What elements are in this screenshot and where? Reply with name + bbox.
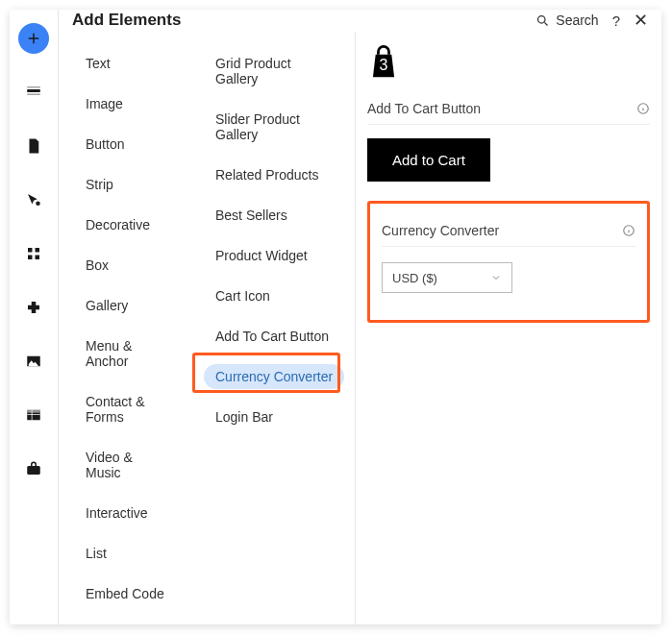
category-item-text[interactable]: Text bbox=[59, 43, 196, 84]
category-item-social[interactable]: Social bbox=[59, 614, 196, 624]
svg-rect-10 bbox=[27, 410, 40, 413]
category-item-button[interactable]: Button bbox=[59, 124, 196, 164]
subitem-label: Slider Product Gallery bbox=[204, 107, 347, 147]
subitem-label: Product Widget bbox=[204, 243, 319, 268]
search-button[interactable]: Search bbox=[535, 12, 598, 28]
cart-preview: 3 Add To Cart Button Add to Cart bbox=[367, 45, 650, 182]
category-label: Box bbox=[74, 253, 120, 278]
category-label: Embed Code bbox=[74, 581, 176, 606]
close-button[interactable]: ✕ bbox=[634, 10, 648, 31]
shopping-bag-icon[interactable]: 3 bbox=[367, 45, 400, 80]
business-icon[interactable] bbox=[18, 453, 49, 484]
category-item-box[interactable]: Box bbox=[59, 245, 196, 285]
svg-rect-5 bbox=[36, 248, 40, 253]
category-item-list[interactable]: List bbox=[59, 533, 196, 574]
subitem-grid-product-gallery[interactable]: Grid Product Gallery bbox=[196, 43, 355, 99]
panel-header: Add Elements Search ? ✕ bbox=[59, 10, 661, 32]
subitem-label: Best Sellers bbox=[204, 203, 299, 228]
data-icon[interactable] bbox=[18, 400, 49, 430]
subitem-label: Currency Converter bbox=[204, 364, 344, 389]
subitem-slider-product-gallery[interactable]: Slider Product Gallery bbox=[196, 99, 355, 155]
category-item-embed-code[interactable]: Embed Code bbox=[59, 574, 196, 614]
subitem-add-to-cart-button[interactable]: Add To Cart Button bbox=[196, 316, 355, 356]
panel-title: Add Elements bbox=[72, 11, 535, 30]
category-label: Gallery bbox=[74, 293, 139, 318]
search-label: Search bbox=[556, 12, 598, 28]
subitem-related-products[interactable]: Related Products bbox=[196, 155, 355, 195]
add-button[interactable] bbox=[18, 23, 49, 54]
add-to-cart-button[interactable]: Add to Cart bbox=[367, 138, 490, 182]
category-item-video-music[interactable]: Video & Music bbox=[59, 437, 196, 493]
cart-preview-title: Add To Cart Button bbox=[367, 101, 481, 116]
subitem-product-widget[interactable]: Product Widget bbox=[196, 235, 355, 276]
category-label: Image bbox=[74, 91, 135, 116]
svg-rect-11 bbox=[27, 414, 40, 415]
subitem-label: Cart Icon bbox=[204, 283, 282, 308]
info-icon[interactable] bbox=[636, 102, 650, 115]
page-icon[interactable] bbox=[18, 131, 49, 161]
svg-rect-7 bbox=[36, 256, 40, 260]
bag-count: 3 bbox=[367, 57, 400, 74]
apps-icon[interactable] bbox=[18, 238, 49, 269]
chevron-down-icon bbox=[490, 272, 502, 283]
svg-rect-0 bbox=[27, 89, 40, 92]
category-item-strip[interactable]: Strip bbox=[59, 164, 196, 205]
svg-point-14 bbox=[538, 15, 546, 23]
category-label: Contact & Forms bbox=[74, 389, 181, 429]
subitem-label: Login Bar bbox=[204, 404, 285, 429]
category-label: Interactive bbox=[74, 501, 160, 525]
help-button[interactable]: ? bbox=[612, 12, 620, 29]
svg-rect-1 bbox=[27, 86, 40, 88]
design-icon[interactable] bbox=[18, 184, 49, 215]
category-item-image[interactable]: Image bbox=[59, 84, 196, 124]
subcategory-list: Grid Product GallerySlider Product Galle… bbox=[196, 32, 355, 624]
svg-point-3 bbox=[36, 202, 40, 207]
category-label: Button bbox=[74, 132, 136, 157]
category-item-contact-forms[interactable]: Contact & Forms bbox=[59, 381, 196, 437]
subitem-label: Grid Product Gallery bbox=[204, 51, 347, 91]
preview-pane: 3 Add To Cart Button Add to Cart Currenc… bbox=[355, 32, 661, 624]
svg-rect-13 bbox=[27, 466, 40, 475]
category-list: TextImageButtonStripDecorativeBoxGallery… bbox=[59, 32, 196, 624]
svg-rect-2 bbox=[27, 94, 40, 96]
subitem-login-bar[interactable]: Login Bar bbox=[196, 397, 355, 437]
tool-rail bbox=[10, 10, 58, 624]
subitem-cart-icon[interactable]: Cart Icon bbox=[196, 276, 355, 316]
category-label: Social bbox=[74, 622, 134, 624]
info-icon[interactable] bbox=[622, 224, 635, 237]
svg-rect-4 bbox=[28, 248, 33, 253]
plugin-icon[interactable] bbox=[18, 292, 49, 323]
category-label: Text bbox=[74, 51, 122, 76]
currency-converter-preview: Currency Converter USD ($) bbox=[367, 201, 650, 323]
category-item-gallery[interactable]: Gallery bbox=[59, 285, 196, 326]
sections-icon[interactable] bbox=[18, 77, 49, 108]
currency-select[interactable]: USD ($) bbox=[382, 262, 512, 293]
category-label: Menu & Anchor bbox=[74, 333, 181, 374]
category-label: Decorative bbox=[74, 212, 162, 237]
media-icon[interactable] bbox=[18, 346, 49, 377]
category-label: Video & Music bbox=[74, 445, 181, 485]
category-item-decorative[interactable]: Decorative bbox=[59, 205, 196, 245]
svg-rect-6 bbox=[28, 256, 33, 260]
subitem-label: Add To Cart Button bbox=[204, 324, 340, 349]
category-label: List bbox=[74, 541, 118, 566]
subitem-currency-converter[interactable]: Currency Converter bbox=[196, 356, 355, 397]
subitem-label: Related Products bbox=[204, 162, 330, 187]
category-item-interactive[interactable]: Interactive bbox=[59, 493, 196, 533]
cc-preview-title: Currency Converter bbox=[382, 223, 499, 238]
currency-selected: USD ($) bbox=[392, 271, 437, 285]
category-item-menu-anchor[interactable]: Menu & Anchor bbox=[59, 326, 196, 381]
svg-rect-12 bbox=[32, 410, 33, 421]
subitem-best-sellers[interactable]: Best Sellers bbox=[196, 195, 355, 235]
category-label: Strip bbox=[74, 172, 125, 197]
add-elements-panel: Add Elements Search ? ✕ TextImageButtonS… bbox=[10, 10, 661, 624]
